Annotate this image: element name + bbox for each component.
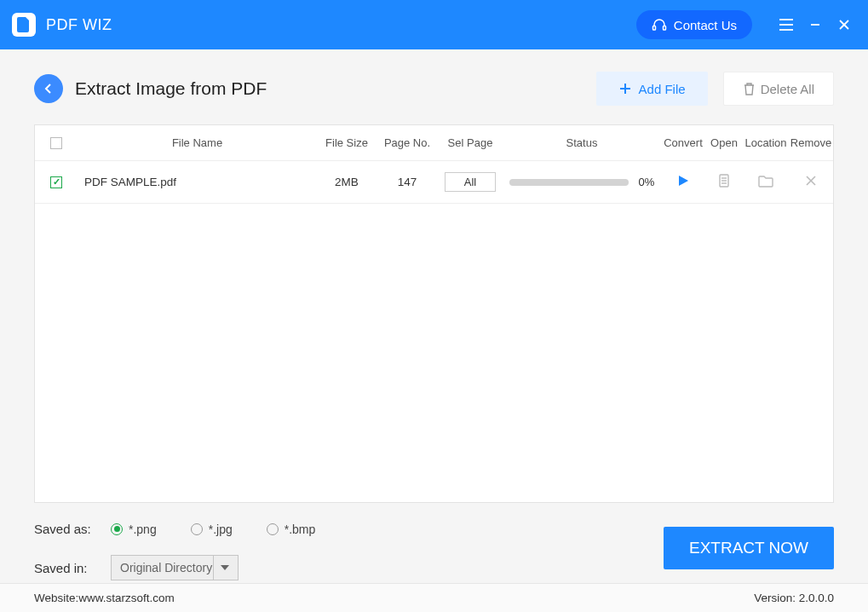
header-page-no: Page No. [377, 136, 438, 149]
add-file-button[interactable]: Add File [596, 72, 708, 106]
minimize-button[interactable] [803, 13, 827, 37]
title-bar: PDF WIZ Contact Us [0, 0, 868, 49]
radio-icon [267, 523, 279, 535]
version-label: Version: [754, 592, 799, 604]
table-row: PDF SAMPLE.pdf 2MB 147 All 0% [35, 161, 833, 204]
header-remove: Remove [789, 136, 833, 149]
plus-icon [618, 82, 632, 95]
select-all-checkbox[interactable] [50, 137, 62, 149]
row-checkbox[interactable] [50, 176, 62, 188]
header-status: Status [503, 136, 661, 149]
saved-in-select[interactable]: Original Directory [111, 555, 239, 580]
header-sel-page: Sel Page [438, 136, 503, 149]
website-link[interactable]: www.starzsoft.com [78, 592, 175, 604]
close-icon [838, 19, 850, 31]
progress-bar [509, 179, 629, 186]
website-label: Website: [34, 592, 78, 604]
delete-all-button[interactable]: Delete All [723, 72, 834, 106]
header-open: Open [705, 136, 743, 149]
sel-page-button[interactable]: All [445, 172, 496, 192]
menu-button[interactable] [774, 13, 798, 37]
app-logo [12, 13, 36, 37]
chevron-down-icon [213, 556, 229, 580]
header-file-size: File Size [317, 136, 377, 149]
location-button[interactable] [758, 175, 773, 188]
progress-percent: 0% [639, 176, 655, 188]
trash-icon [743, 82, 756, 95]
headset-icon [652, 17, 667, 32]
row-page-no: 147 [377, 176, 438, 188]
radio-png[interactable]: *.png [111, 523, 157, 536]
close-button[interactable] [832, 13, 856, 37]
minimize-icon [809, 19, 821, 31]
contact-us-label: Contact Us [674, 18, 737, 32]
svg-rect-0 [652, 26, 655, 31]
header-location: Location [743, 136, 789, 149]
header-file-name: File Name [78, 136, 317, 149]
convert-button[interactable] [676, 174, 690, 188]
page-title: Extract Image from PDF [75, 78, 596, 99]
svg-rect-1 [663, 26, 665, 31]
arrow-left-icon [42, 82, 55, 95]
saved-in-value: Original Directory [120, 561, 212, 574]
play-icon [676, 174, 690, 188]
open-button[interactable] [717, 174, 731, 188]
remove-icon [805, 175, 817, 187]
footer: Website: www.starzsoft.com Version: 2.0.… [0, 583, 868, 612]
header-convert: Convert [661, 136, 705, 149]
extract-now-button[interactable]: EXTRACT NOW [664, 527, 834, 569]
table-empty-area [35, 204, 833, 502]
saved-as-label: Saved as: [34, 522, 111, 536]
radio-icon [191, 523, 203, 535]
version-value: 2.0.0.0 [799, 592, 834, 604]
table-header: File Name File Size Page No. Sel Page St… [35, 125, 833, 161]
contact-us-button[interactable]: Contact Us [636, 10, 752, 39]
delete-all-label: Delete All [761, 82, 814, 96]
app-title: PDF WIZ [46, 16, 636, 34]
row-file-size: 2MB [317, 176, 377, 188]
row-file-name: PDF SAMPLE.pdf [78, 176, 317, 188]
radio-jpg[interactable]: *.jpg [191, 523, 233, 536]
file-table: File Name File Size Page No. Sel Page St… [34, 124, 834, 503]
radio-icon [111, 523, 123, 535]
back-button[interactable] [34, 74, 63, 103]
menu-icon [779, 19, 793, 31]
saved-in-label: Saved in: [34, 561, 111, 575]
remove-button[interactable] [805, 175, 817, 187]
radio-bmp[interactable]: *.bmp [267, 523, 316, 536]
document-icon [717, 174, 731, 188]
add-file-label: Add File [639, 82, 686, 96]
folder-icon [758, 175, 773, 188]
